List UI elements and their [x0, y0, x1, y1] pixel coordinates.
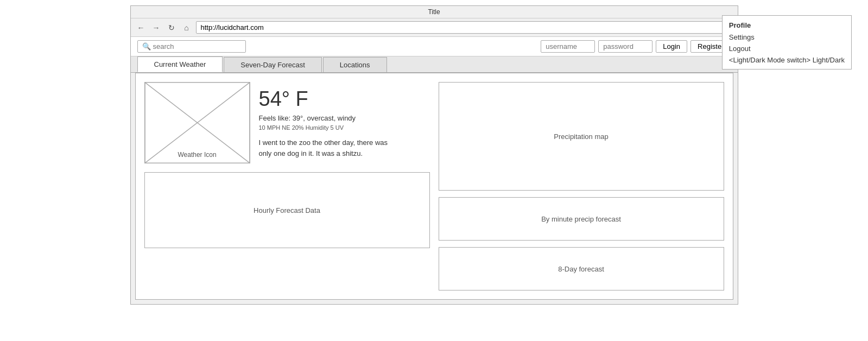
search-input[interactable] [153, 42, 240, 50]
weather-stats: 10 MPH NE 20% Humidity 5 UV [259, 124, 430, 131]
weather-icon-label: Weather Icon [145, 151, 250, 159]
theme-toggle-menu-item[interactable]: <Light/Dark Mode switch> Light/Dark [723, 54, 851, 66]
weather-details: 54° F Feels like: 39°, overcast, windy 1… [259, 82, 430, 159]
temperature-display: 54° F [259, 87, 430, 111]
weather-icon-box: Weather Icon [144, 82, 250, 163]
browser-toolbar: ← → ↻ ⌂ [131, 18, 738, 37]
profile-dropdown: Profile Settings Logout <Light/Dark Mode… [722, 15, 852, 70]
weather-joke: I went to the zoo the other day, there w… [259, 137, 389, 159]
left-column: Weather Icon 54° F Feels like: 39°, over… [144, 82, 430, 291]
logout-menu-item[interactable]: Logout [723, 43, 851, 54]
browser-title: Title [131, 6, 738, 18]
tab-locations[interactable]: Locations [323, 57, 387, 72]
nav-bar: 🔍 Login Register [131, 37, 738, 56]
eight-day-forecast-box: 8-Day forecast [439, 247, 724, 291]
tab-current-weather[interactable]: Current Weather [137, 56, 223, 72]
settings-menu-item[interactable]: Settings [723, 31, 851, 43]
auth-section: Login Register [541, 40, 731, 53]
password-input[interactable] [598, 40, 652, 53]
right-column: Precipitation map By minute precip forec… [439, 82, 724, 291]
profile-dropdown-title: Profile [723, 19, 851, 31]
tab-seven-day-forecast[interactable]: Seven-Day Forecast [224, 57, 322, 72]
browser-window: Title ← → ↻ ⌂ 🔍 Login Register [130, 5, 738, 305]
tabs-bar: Current Weather Seven-Day Forecast Locat… [131, 56, 738, 73]
search-icon: 🔍 [142, 42, 151, 50]
back-button[interactable]: ← [135, 22, 147, 34]
login-button[interactable]: Login [656, 40, 687, 53]
forward-button[interactable]: → [150, 22, 162, 34]
precipitation-map-box: Precipitation map [439, 82, 724, 191]
search-box: 🔍 [137, 40, 246, 53]
feels-like-text: Feels like: 39°, overcast, windy [259, 114, 430, 122]
refresh-button[interactable]: ↻ [166, 22, 178, 34]
weather-top: Weather Icon 54° F Feels like: 39°, over… [144, 82, 430, 163]
content-grid: Weather Icon 54° F Feels like: 39°, over… [144, 82, 724, 291]
username-input[interactable] [541, 40, 595, 53]
address-bar[interactable] [196, 21, 733, 34]
hourly-forecast-box: Hourly Forecast Data [144, 172, 430, 248]
main-content: Weather Icon 54° F Feels like: 39°, over… [135, 73, 733, 300]
by-minute-precip-box: By minute precip forecast [439, 197, 724, 241]
home-button[interactable]: ⌂ [181, 22, 193, 34]
